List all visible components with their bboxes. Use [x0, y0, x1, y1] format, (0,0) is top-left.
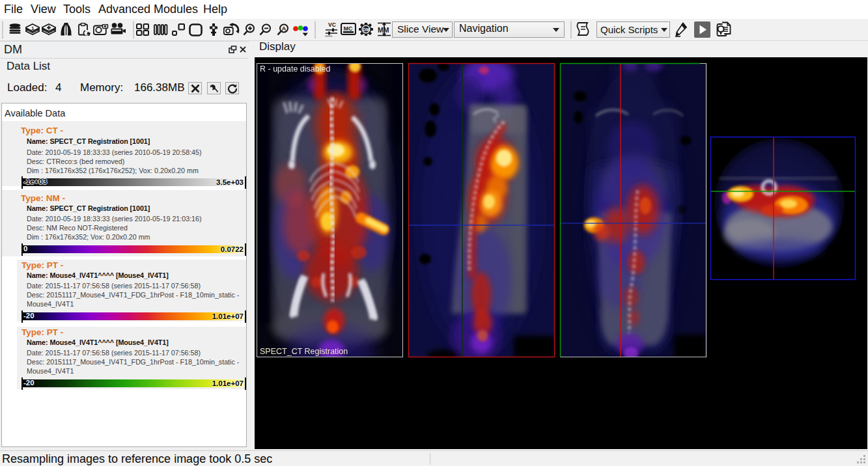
- svg-text:DM: DM: [363, 27, 370, 32]
- svg-text:1: 1: [31, 25, 35, 31]
- svg-text:SPECT_CT Registration: SPECT_CT Registration: [260, 347, 348, 356]
- svg-text:VC: VC: [328, 21, 336, 28]
- svg-text:A: A: [282, 25, 287, 32]
- svg-text:R - update disabled: R - update disabled: [260, 64, 330, 74]
- svg-text:MM: MM: [378, 26, 389, 34]
- svg-text:MC: MC: [344, 25, 353, 32]
